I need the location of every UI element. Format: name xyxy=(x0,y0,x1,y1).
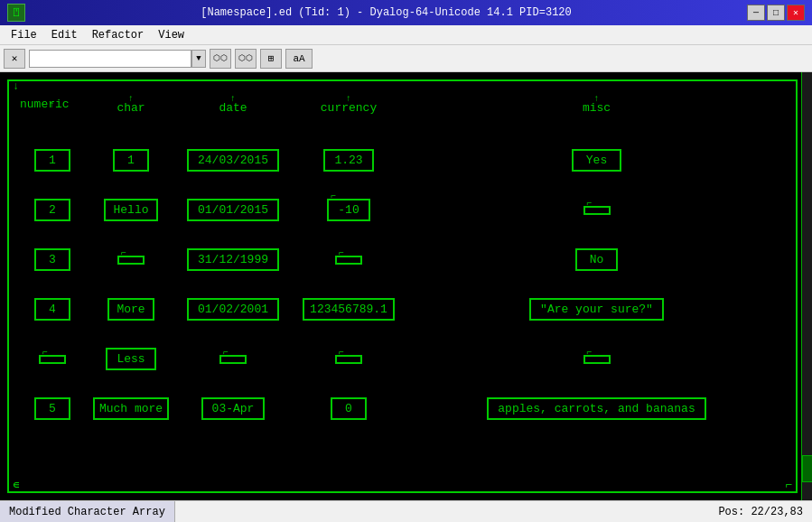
br-mark: ⌐ xyxy=(785,479,792,492)
menu-refactor[interactable]: Refactor xyxy=(85,27,152,43)
table-row: 4 More 01/02/2001 123456789.1 "Are your … xyxy=(18,284,787,334)
status-modified-text: Modified Character Array xyxy=(0,501,175,522)
cell-r2-misc[interactable]: ⌐ xyxy=(583,206,611,215)
table-row: 2 Hello 01/01/2015 ⌐ -10 ⌐ xyxy=(18,185,787,235)
search-input[interactable] xyxy=(29,50,191,68)
cell-r1-currency[interactable]: 1.23 xyxy=(323,149,373,172)
cell-r2-char[interactable]: Hello xyxy=(104,199,157,221)
menubar: File Edit Refactor View xyxy=(0,25,812,45)
search-dropdown[interactable]: ▼ xyxy=(191,50,206,68)
status-position: Pos: 22/23,83 xyxy=(709,504,812,520)
titlebar-title: [Namespace].ed (Tid: 1) - Dyalog-64-Unic… xyxy=(25,6,747,19)
cell-r4-date[interactable]: 01/02/2001 xyxy=(187,298,279,321)
table-row: 1 1 24/03/2015 1.23 Yes xyxy=(18,135,787,185)
titlebar: ⍞ [Namespace].ed (Tid: 1) - Dyalog-64-Un… xyxy=(0,0,812,25)
titlebar-controls: ─ □ ✕ xyxy=(747,5,805,21)
minimize-button[interactable]: ─ xyxy=(747,5,765,21)
statusbar: Modified Character Array Pos: 22/23,83 xyxy=(0,500,812,522)
grid-button[interactable]: ⊞ xyxy=(260,49,282,69)
cell-r3-date[interactable]: 31/12/1999 xyxy=(187,248,279,271)
editor-area: ↓ ∊ ⌐ ↑ ↑ char ↑ date ↑ currency xyxy=(0,72,812,500)
maximize-button[interactable]: □ xyxy=(767,5,785,21)
cell-r5-char[interactable]: Less xyxy=(106,348,155,370)
toolbar: ✕ ▼ ⬡⬡ ⬡⬡ ⊞ aA xyxy=(0,45,812,72)
cell-r1-date[interactable]: 24/03/2015 xyxy=(187,149,279,172)
cell-r2-currency[interactable]: ⌐ -10 xyxy=(327,199,369,221)
cell-r5-currency[interactable]: ⌐ xyxy=(335,355,362,364)
cell-r4-char[interactable]: More xyxy=(107,298,154,321)
menu-edit[interactable]: Edit xyxy=(44,27,85,43)
menu-file[interactable]: File xyxy=(4,27,44,43)
cell-r3-num[interactable]: 3 xyxy=(34,248,70,271)
menu-view[interactable]: View xyxy=(151,27,191,43)
cell-r1-num[interactable]: 1 xyxy=(34,149,70,172)
find-next-button[interactable]: ⬡⬡ xyxy=(235,49,257,69)
cell-r6-currency[interactable]: 0 xyxy=(331,397,367,420)
cell-r2-num[interactable]: 2 xyxy=(34,199,70,221)
cell-r1-char[interactable]: 1 xyxy=(113,149,149,172)
cell-r3-char[interactable]: ⌐ xyxy=(117,256,145,265)
cell-r6-num[interactable]: 5 xyxy=(34,397,70,420)
close-icon: ✕ xyxy=(12,52,18,64)
cell-r3-misc[interactable]: No xyxy=(575,248,619,271)
cell-r4-num[interactable]: 4 xyxy=(34,298,70,321)
cell-r2-date[interactable]: 01/01/2015 xyxy=(187,199,279,221)
titlebar-icon: ⍞ xyxy=(7,4,25,22)
cell-r6-date[interactable]: 03-Apr xyxy=(201,397,266,420)
col-header-numeric: numeric xyxy=(20,98,70,111)
cell-r5-misc[interactable]: ⌐ xyxy=(583,355,611,364)
cell-r6-char[interactable]: Much more xyxy=(93,397,169,420)
table-row: 3 ⌐ 31/12/1999 ⌐ No xyxy=(18,235,787,284)
cell-r5-date[interactable]: ⌐ xyxy=(219,355,247,364)
cell-r1-misc[interactable]: Yes xyxy=(572,149,621,172)
table-row: 5 Much more 03-Apr 0 apples, carrots, an… xyxy=(18,384,787,433)
cell-r5-num[interactable]: ⌐ xyxy=(39,355,66,364)
toolbar-close-button[interactable]: ✕ xyxy=(4,49,25,69)
cell-r6-misc[interactable]: apples, carrots, and bananas xyxy=(487,397,705,420)
header-row: ↑ ↑ char ↑ date ↑ currency ↑ misc xyxy=(18,85,787,130)
close-button[interactable]: ✕ xyxy=(787,5,805,21)
bl-epsilon: ∊ xyxy=(13,478,20,492)
cell-r4-misc[interactable]: "Are your sure?" xyxy=(529,298,664,321)
find-prev-button[interactable]: ⬡⬡ xyxy=(210,49,231,69)
aa-button[interactable]: aA xyxy=(285,49,313,69)
table-row: ⌐ Less ⌐ ⌐ ⌐ xyxy=(18,334,787,384)
outer-container: ↓ ∊ ⌐ ↑ ↑ char ↑ date ↑ currency xyxy=(7,79,798,493)
cell-r3-currency[interactable]: ⌐ xyxy=(335,256,362,265)
cell-r4-currency[interactable]: 123456789.1 xyxy=(303,298,395,321)
